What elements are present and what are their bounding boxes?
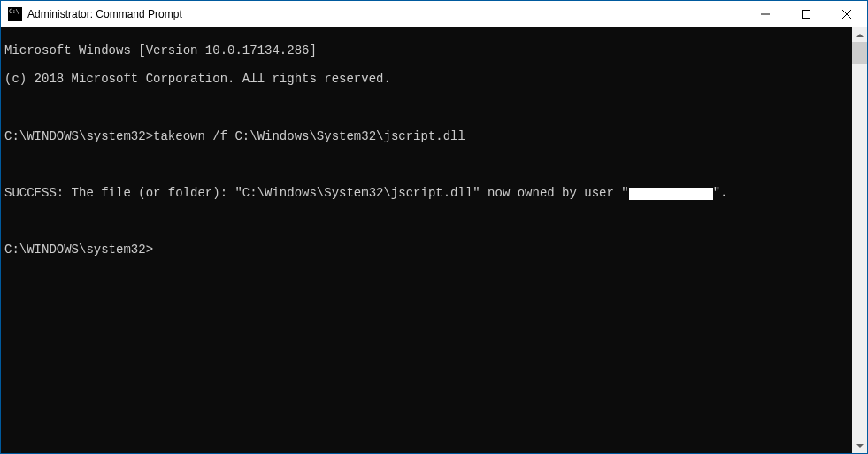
minimize-icon [761,10,770,19]
command-prompt-window: Administrator: Command Prompt Microsoft … [0,0,868,454]
redacted-username [629,188,713,200]
maximize-icon [802,10,810,19]
close-icon [842,10,851,19]
output-line: Microsoft Windows [Version 10.0.17134.28… [4,43,852,58]
prompt-command: takeown /f C:\Windows\System32\jscript.d… [153,129,465,143]
vertical-scrollbar[interactable] [852,27,867,453]
output-line [4,214,852,228]
prompt-line: C:\WINDOWS\system32>takeown /f C:\Window… [4,129,852,143]
scroll-down-button[interactable] [852,438,867,453]
prompt-prefix: C:\WINDOWS\system32> [4,129,153,143]
chevron-down-icon [856,442,864,450]
svg-rect-1 [803,10,810,18]
success-text-post: ". [713,186,728,200]
prompt-prefix: C:\WINDOWS\system32> [4,242,153,257]
output-line: (c) 2018 Microsoft Corporation. All righ… [4,72,852,86]
minimize-button[interactable] [745,1,786,27]
console-output[interactable]: Microsoft Windows [Version 10.0.17134.28… [1,27,852,453]
chevron-up-icon [856,32,864,39]
output-line [4,100,852,114]
prompt-line: C:\WINDOWS\system32> [4,242,852,257]
titlebar[interactable]: Administrator: Command Prompt [1,1,867,27]
output-line: SUCCESS: The file (or folder): "C:\Windo… [4,186,852,200]
scrollbar-thumb[interactable] [852,42,867,64]
scrollbar-track[interactable] [852,42,867,438]
window-controls [745,1,867,27]
scroll-up-button[interactable] [852,27,867,42]
window-title: Administrator: Command Prompt [27,8,745,20]
success-text-pre: SUCCESS: The file (or folder): "C:\Windo… [4,186,629,200]
cmd-icon [8,7,22,21]
output-line [4,158,852,172]
console-wrap: Microsoft Windows [Version 10.0.17134.28… [1,27,867,453]
close-button[interactable] [826,1,867,27]
maximize-button[interactable] [786,1,826,27]
